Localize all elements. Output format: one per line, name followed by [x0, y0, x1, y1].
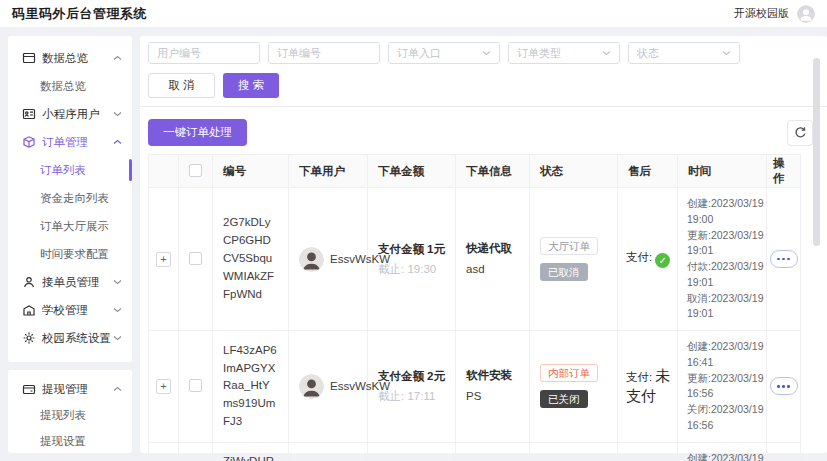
profile-avatar[interactable] [797, 5, 815, 23]
sidebar-item-funds-flow-list[interactable]: 资金走向列表 [8, 184, 132, 212]
sidebar-item-school-management[interactable]: 学校管理 [8, 296, 132, 324]
main-content: 订单入口 订单类型 状态 取 消 搜 索 一键订单处理 [140, 36, 827, 453]
chevron-down-icon [602, 50, 611, 56]
paid-label: 支付: [626, 371, 652, 383]
user-avatar [299, 374, 324, 399]
order-info-detail: asd [466, 261, 519, 277]
sidebar-withdraw: 提现管理 提现列表 提现设置 [8, 370, 132, 453]
time-line: 19:01 [687, 275, 762, 291]
column-header-aftersale: 售后 [618, 155, 678, 188]
refresh-icon [794, 126, 807, 139]
sidebar-item-withdraw-settings[interactable]: 提现设置 [8, 428, 132, 453]
top-header: 码里码外后台管理系统 开源校园版 [0, 0, 827, 28]
chevron-up-icon [113, 55, 122, 61]
cancel-button[interactable]: 取 消 [148, 73, 215, 98]
more-actions-button[interactable] [770, 377, 798, 395]
scrollbar-thumb[interactable] [813, 58, 820, 246]
chevron-down-icon [113, 111, 122, 117]
bulk-process-button[interactable]: 一键订单处理 [148, 119, 247, 146]
sidebar-item-label: 校园系统设置 [42, 331, 111, 346]
refresh-button[interactable] [787, 120, 813, 146]
time-line: 付款:2023/03/19 [687, 259, 762, 275]
filter-bar: 订单入口 订单类型 状态 取 消 搜 索 [140, 36, 827, 107]
order-type-select-value: 订单类型 [517, 46, 561, 61]
sidebar-item-label: 提现管理 [42, 382, 88, 397]
table-row: + ZjWyDHRDaJDeshQL8K0_zQoIUKK6SAGG EssvW… [149, 442, 801, 461]
time-line: 19:01 [687, 306, 762, 322]
sidebar-item-label: 资金走向列表 [40, 191, 109, 206]
table-toolbar: 一键订单处理 [140, 107, 827, 154]
status-select-value: 状态 [637, 46, 659, 61]
column-header-status: 状态 [530, 155, 618, 188]
more-actions-button[interactable] [770, 250, 798, 268]
sidebar-item-label: 数据总览 [42, 51, 88, 66]
sidebar-item-order-list[interactable]: 订单列表 [8, 156, 132, 184]
column-header-amount: 下单金额 [368, 155, 456, 188]
status-select[interactable]: 状态 [628, 42, 740, 64]
active-indicator [129, 159, 132, 181]
status-badge: 大厅订单 [540, 237, 598, 255]
row-checkbox[interactable] [189, 379, 202, 392]
chevron-down-icon [113, 335, 122, 341]
expand-column-header [149, 155, 179, 188]
sidebar-item-order-management-group[interactable]: 订单管理 [8, 128, 132, 156]
time-line: 16:41 [687, 355, 762, 371]
time-line: 16:56 [687, 418, 762, 434]
sidebar-item-campus-system-settings[interactable]: 校园系统设置 [8, 324, 132, 352]
person-icon [797, 5, 815, 23]
order-type-select[interactable]: 订单类型 [508, 42, 620, 64]
time-line: 取消:2023/03/19 [687, 291, 762, 307]
sidebar-item-label: 时间要求配置 [40, 247, 109, 262]
user-id-input[interactable] [148, 42, 260, 64]
sidebar-item-label: 提现设置 [40, 434, 86, 449]
deadline: 截止: 19:30 [378, 262, 445, 277]
status-tags: 大厅订单 已取消 [540, 237, 607, 281]
expand-row-button[interactable]: + [156, 252, 171, 267]
sidebar-item-label: 接单员管理 [42, 275, 100, 290]
page: 码里码外后台管理系统 开源校园版 数据总览 数据总览 [0, 0, 827, 461]
sidebar-item-withdraw-management[interactable]: 提现管理 [8, 376, 132, 402]
chevron-down-icon [482, 50, 491, 56]
order-id-input[interactable] [268, 42, 380, 64]
sidebar-item-label: 订单列表 [40, 163, 86, 178]
time-line: 关闭:2023/03/19 [687, 402, 762, 418]
order-entry-select[interactable]: 订单入口 [388, 42, 500, 64]
sidebar-item-order-hall-display[interactable]: 订单大厅展示 [8, 212, 132, 240]
sidebar-item-data-overview-group[interactable]: 数据总览 [8, 44, 132, 72]
chevron-up-icon [113, 386, 122, 392]
orders-table: 编号 下单用户 下单金额 下单信息 状态 售后 时间 操作 + [148, 154, 801, 461]
order-id: ZjWyDHRDaJDeshQL8K0_zQoIUKK6SAGG [223, 453, 278, 461]
time-line: 创建:2023/03/19 [687, 451, 762, 461]
search-button[interactable]: 搜 索 [223, 73, 279, 98]
sidebar-item-miniprogram-users[interactable]: 小程序用户 [8, 100, 132, 128]
column-header-user: 下单用户 [289, 155, 368, 188]
edition-label: 开源校园版 [734, 6, 789, 21]
table-header-row: 编号 下单用户 下单金额 下单信息 状态 售后 时间 操作 [149, 155, 801, 188]
time-line: 创建:2023/03/19 [687, 196, 762, 212]
miniprogram-users-icon [22, 107, 36, 121]
column-header-info: 下单信息 [456, 155, 530, 188]
sidebar-item-agent-management[interactable]: 接单员管理 [8, 268, 132, 296]
sidebar-item-data-overview[interactable]: 数据总览 [8, 72, 132, 100]
orders-box-icon [22, 135, 36, 149]
status-tags: 内部订单 已关闭 [540, 364, 607, 408]
chevron-down-icon [113, 307, 122, 313]
time-line: 更新:2023/03/19 [687, 228, 762, 244]
time-line: 19:01 [687, 243, 762, 259]
time-line: 19:00 [687, 212, 762, 228]
filter-buttons: 取 消 搜 索 [148, 73, 819, 98]
sidebar-item-withdraw-list[interactable]: 提现列表 [8, 402, 132, 428]
paid-label: 支付: [626, 251, 652, 263]
dashboard-icon [22, 51, 36, 65]
expand-row-button[interactable]: + [156, 379, 171, 394]
amount-label: 支付金额 [378, 242, 424, 257]
time-line: 16:56 [687, 386, 762, 402]
chevron-up-icon [113, 139, 122, 145]
filter-row: 订单入口 订单类型 状态 [148, 42, 819, 64]
row-checkbox[interactable] [189, 252, 202, 265]
order-id: 2G7kDLyCP6GHDCV5SbquWMIAkZFFpWNd [223, 214, 278, 303]
sidebar-item-label: 学校管理 [42, 303, 88, 318]
select-all-checkbox[interactable] [189, 164, 202, 177]
sidebar-item-time-requirement-config[interactable]: 时间要求配置 [8, 240, 132, 268]
select-all-header [179, 155, 213, 188]
